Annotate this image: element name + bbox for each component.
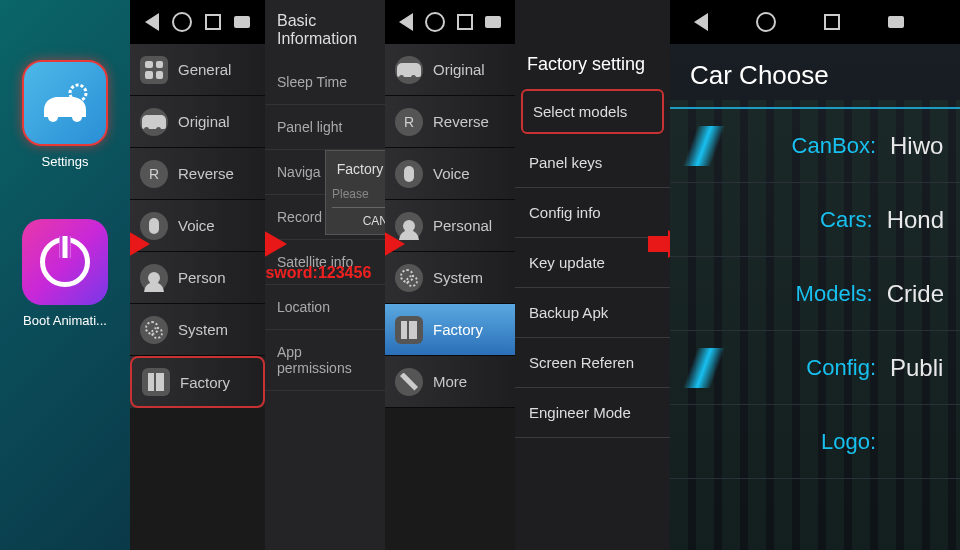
menu-item-voice[interactable]: Voice: [385, 148, 515, 200]
recent-icon[interactable]: [457, 14, 473, 30]
popup-title: Factory: [332, 157, 385, 181]
menu-item-voice[interactable]: Voice: [130, 200, 265, 252]
popup-cancel-button[interactable]: CAN: [332, 208, 385, 228]
menu-label: Reverse: [433, 113, 489, 130]
cc-value: Hond: [887, 206, 944, 234]
back-icon[interactable]: [694, 13, 708, 31]
boot-animation-app-icon[interactable]: [22, 219, 108, 305]
menu-label: Factory: [433, 321, 483, 338]
svg-point-1: [72, 112, 82, 122]
home-icon[interactable]: [172, 12, 192, 32]
menu-label: Person: [178, 269, 226, 286]
menu-label: Personal: [433, 217, 492, 234]
building-icon: [142, 368, 170, 396]
back-icon[interactable]: [145, 13, 159, 31]
person-icon: [140, 264, 168, 292]
car-icon: [140, 108, 168, 136]
screenshot-icon[interactable]: [888, 16, 904, 28]
status-bar: [130, 0, 265, 44]
menu-item-system[interactable]: System: [385, 252, 515, 304]
cc-row-cars[interactable]: Cars:Hond: [670, 183, 960, 257]
menu-label: More: [433, 373, 467, 390]
status-bar: [385, 0, 515, 44]
status-bar: [670, 0, 960, 44]
settings-menu-panel: General Original RReverse Voice Person S…: [130, 0, 265, 550]
basic-info-panel: Basic Information Sleep Time Panel light…: [265, 0, 385, 550]
info-location[interactable]: Location: [265, 285, 385, 330]
basic-info-title: Basic Information: [265, 0, 385, 60]
factory-password-popup: Factory Please CAN: [325, 150, 385, 235]
password-overlay-text: Password:123456: [265, 264, 371, 282]
mic-icon: [395, 160, 423, 188]
step-arrow-icon: [668, 230, 670, 258]
home-icon[interactable]: [425, 12, 445, 32]
step-arrow-icon: [265, 230, 287, 258]
screenshot-icon[interactable]: [234, 16, 250, 28]
info-panel-light[interactable]: Panel light: [265, 105, 385, 150]
menu-item-personal[interactable]: Person: [130, 252, 265, 304]
cc-row-config[interactable]: Config:Publi: [670, 331, 960, 405]
boot-animation-app-label: Boot Animati...: [23, 313, 107, 328]
menu-label: Voice: [433, 165, 470, 182]
cc-row-logo[interactable]: Logo:: [670, 405, 960, 479]
settings-menu-panel-2: Original RReverse Voice Personal System …: [385, 0, 515, 550]
menu-label: Reverse: [178, 165, 234, 182]
menu-label: Original: [178, 113, 230, 130]
step-arrow-icon: [130, 230, 150, 258]
cc-value: Cride: [887, 280, 944, 308]
cc-value: Publi: [890, 354, 944, 382]
fs-engineer-mode[interactable]: Engineer Mode: [515, 388, 670, 438]
menu-item-general[interactable]: General: [130, 44, 265, 96]
fs-panel-keys[interactable]: Panel keys: [515, 138, 670, 188]
home-icon[interactable]: [756, 12, 776, 32]
menu-item-original[interactable]: Original: [130, 96, 265, 148]
cogs-icon: [395, 264, 423, 292]
menu-label: System: [433, 269, 483, 286]
recent-icon[interactable]: [205, 14, 221, 30]
menu-label: Voice: [178, 217, 215, 234]
car-choose-panel: Car Choose CanBox:Hiwo Cars:Hond Models:…: [670, 0, 960, 550]
building-icon: [395, 316, 423, 344]
svg-point-0: [48, 112, 58, 122]
menu-item-factory[interactable]: Factory: [385, 304, 515, 356]
menu-item-reverse[interactable]: RReverse: [130, 148, 265, 200]
cc-label: Cars:: [820, 207, 873, 233]
wrench-icon: [395, 368, 423, 396]
cc-label: CanBox:: [792, 133, 876, 159]
cogs-icon: [140, 316, 168, 344]
menu-label: Factory: [180, 374, 230, 391]
menu-item-reverse[interactable]: RReverse: [385, 96, 515, 148]
menu-item-more[interactable]: More: [385, 356, 515, 408]
menu-label: General: [178, 61, 231, 78]
menu-label: System: [178, 321, 228, 338]
fs-key-update[interactable]: Key update: [515, 238, 670, 288]
r-icon: R: [395, 108, 423, 136]
fs-screen-reference[interactable]: Screen Referen: [515, 338, 670, 388]
car-icon: [395, 56, 423, 84]
recent-icon[interactable]: [824, 14, 840, 30]
settings-app-icon[interactable]: [22, 60, 108, 146]
cc-row-models[interactable]: Models:Cride: [670, 257, 960, 331]
screenshot-icon[interactable]: [485, 16, 501, 28]
menu-label: Original: [433, 61, 485, 78]
cc-row-canbox[interactable]: CanBox:Hiwo: [670, 109, 960, 183]
menu-item-factory[interactable]: Factory: [130, 356, 265, 408]
factory-setting-panel: Factory setting Select models Panel keys…: [515, 0, 670, 550]
popup-input[interactable]: Please: [332, 181, 385, 208]
fs-config-info[interactable]: Config info: [515, 188, 670, 238]
menu-item-original[interactable]: Original: [385, 44, 515, 96]
info-sleep-time[interactable]: Sleep Time: [265, 60, 385, 105]
fs-select-models[interactable]: Select models: [521, 89, 664, 134]
cc-label: Logo:: [821, 429, 876, 455]
cc-label: Models:: [796, 281, 873, 307]
back-icon[interactable]: [399, 13, 413, 31]
info-app-permissions[interactable]: App permissions: [265, 330, 385, 391]
r-icon: R: [140, 160, 168, 188]
cc-value: Hiwo: [890, 132, 944, 160]
cc-label: Config:: [806, 355, 876, 381]
menu-item-system[interactable]: System: [130, 304, 265, 356]
fs-backup-apk[interactable]: Backup Apk: [515, 288, 670, 338]
settings-menu-list: General Original RReverse Voice Person S…: [130, 44, 265, 408]
step-arrow-icon: [385, 230, 405, 258]
settings-app-label: Settings: [42, 154, 89, 169]
